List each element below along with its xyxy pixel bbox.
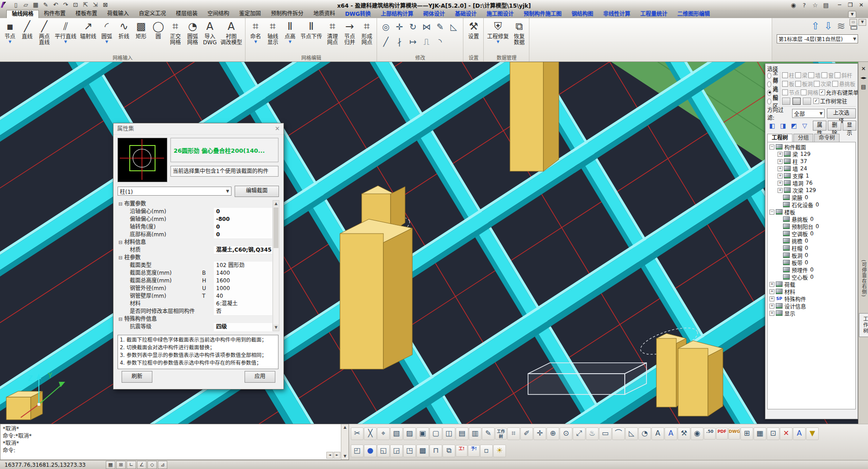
filter-checkbox[interactable]: 梁: [795, 71, 807, 79]
parameter-row[interactable]: 材料 6:混凝土: [118, 300, 272, 308]
status-toggle[interactable]: ∠: [137, 461, 146, 469]
menu-tab[interactable]: 自定义工况: [134, 10, 171, 18]
restore-button[interactable]: ❐: [846, 2, 854, 8]
lasso-select-icon[interactable]: [803, 98, 811, 105]
tree-item[interactable]: 预制阳台 0: [768, 223, 855, 230]
toolbar-icon[interactable]: ⊓: [429, 445, 442, 457]
filter-checkbox[interactable]: 墙: [808, 71, 821, 79]
toolbar-icon[interactable]: ✕: [780, 427, 793, 440]
ribbon-button[interactable]: ⛨ 工程修复 ▼: [485, 19, 510, 44]
toolbar-icon[interactable]: ✐: [520, 427, 533, 440]
toolbar-icon[interactable]: ◺: [625, 427, 638, 440]
parameter-row[interactable]: 轴转角(度) 0: [118, 223, 272, 231]
parameter-row[interactable]: 是否同时修改本层相同构件 否: [118, 308, 272, 315]
toolbar-icon[interactable]: DWG: [728, 428, 740, 440]
menu-tab[interactable]: 钢结构图: [566, 10, 598, 18]
parameter-row[interactable]: 截面总宽度(mm) B 1400: [118, 269, 272, 277]
ribbon-button[interactable]: ⌗ 正交 网格 ▼: [167, 19, 184, 46]
menu-tab[interactable]: 二维图形编辑: [672, 10, 715, 18]
tab-overflow-button[interactable]: ▼: [848, 11, 856, 18]
modify-tool-icon[interactable]: ↻: [406, 20, 419, 33]
command-window[interactable]: *取消*命令:*取消**取消*命令: ▲ ▼ ◄►: [0, 424, 349, 460]
crossing-select-icon[interactable]: [793, 98, 801, 105]
ribbon-button[interactable]: ⫽ 平行直线 ▼: [53, 19, 78, 44]
tree-item[interactable]: + 设计信息: [768, 302, 855, 310]
menu-tab[interactable]: 楼层组装: [171, 10, 203, 18]
filter-checkbox[interactable]: 板洞: [795, 80, 813, 88]
ribbon-button[interactable]: ╱ 两点 直线 ▼: [36, 19, 53, 46]
parameter-row[interactable]: 底部标高(mm) 0: [118, 231, 272, 239]
refresh-button[interactable]: 刷新: [122, 371, 152, 383]
member-type-combo[interactable]: 柱(1) ▼: [118, 187, 231, 196]
tree-item[interactable]: + 柱 37: [768, 158, 855, 165]
tree-item[interactable]: 板洞 0: [768, 252, 855, 259]
ribbon-button[interactable]: ◔ 圆弧 网格 ▼: [184, 19, 201, 46]
menu-tab[interactable]: 轴线网格: [6, 10, 39, 18]
toolbar-icon[interactable]: ◉: [691, 427, 703, 440]
tree-item[interactable]: + 梁 129: [768, 150, 855, 158]
filter-checkbox[interactable]: 悬挑板: [832, 80, 855, 88]
floor-nav-icon[interactable]: ≋: [837, 21, 845, 32]
ribbon-options-button[interactable]: ▼: [859, 19, 866, 26]
worktree-tab[interactable]: 工程树: [767, 134, 793, 142]
toolbar-icon[interactable]: ▫: [480, 445, 493, 457]
parameter-row[interactable]: 抗震等级 四级: [118, 323, 272, 331]
ribbon-button[interactable]: ◜ 圆弧 ▼: [98, 19, 115, 44]
qat-icon[interactable]: ⇱: [81, 1, 90, 9]
modify-tool-icon[interactable]: ✎: [434, 20, 446, 33]
tree-item[interactable]: 空调板 0: [768, 230, 855, 237]
toolbar-icon[interactable]: ▣: [416, 427, 429, 440]
toolbar-icon[interactable]: ⌗: [507, 427, 520, 440]
parameter-scrollbar[interactable]: ▲ ▼: [273, 200, 279, 331]
ribbon-button[interactable]: ◯ 圆 ▼: [150, 19, 167, 40]
toolbar-icon[interactable]: A: [665, 427, 677, 440]
panel-button[interactable]: 属性: [813, 121, 826, 131]
parameter-list[interactable]: ⊟ 布置参数 沿轴偏心(mm) 0 偏轴偏心(mm) -800 轴转角(度) 0…: [118, 200, 272, 331]
window-select-icon[interactable]: [782, 98, 790, 105]
title-bar-icon[interactable]: ▤: [822, 2, 830, 9]
floor-nav-icon[interactable]: ⇩: [824, 21, 832, 32]
qat-icon[interactable]: ▱: [21, 1, 30, 9]
panel-button[interactable]: 显示: [843, 121, 856, 131]
toolbar-icon[interactable]: ◰: [351, 445, 363, 457]
tree-item[interactable]: + 支撑 1: [768, 172, 855, 179]
qat-icon[interactable]: ↶: [51, 1, 60, 9]
tree-item[interactable]: − 楼板: [768, 208, 855, 216]
tree-item[interactable]: 石化设备 0: [768, 201, 855, 208]
menu-tab[interactable]: 构件布置: [39, 10, 71, 18]
floor-nav-icon[interactable]: ⇧: [811, 21, 819, 32]
parameter-row[interactable]: 抗震构造措施的抗震等级 四级: [118, 331, 272, 331]
toolbar-icon[interactable]: ⤢: [573, 427, 585, 440]
parameter-row[interactable]: 材质 混凝土,C60;钢,Q345: [118, 246, 272, 254]
panel-collapse-icon[interactable]: ◄►: [859, 75, 868, 80]
toolbar-icon[interactable]: ◫: [443, 427, 455, 440]
toolbar-icon[interactable]: ▭: [599, 427, 612, 440]
ribbon-button[interactable]: → 节点 归并 ▼: [341, 19, 358, 46]
toolbar-icon[interactable]: ◳: [403, 445, 416, 457]
worktree-tab[interactable]: 命令树: [814, 134, 840, 142]
toolbar-icon[interactable]: ☀: [493, 445, 506, 457]
direction-filter-combo[interactable]: 全部 ▼: [792, 109, 825, 118]
modify-tool-icon[interactable]: ⋈: [420, 20, 433, 33]
filter-checkbox[interactable]: 网格: [801, 89, 818, 96]
toolbar-icon[interactable]: ⌒: [612, 427, 625, 440]
ribbon-button[interactable]: Ⅱ 点高 ▼: [281, 19, 298, 44]
panel-dock-icon[interactable]: ▤: [859, 84, 868, 90]
worktree[interactable]: − 构件截面 + 梁 129 + 柱 37 + 墙 24 + 支撑 1 + 墙洞…: [767, 142, 856, 409]
worktree-tab[interactable]: 分组: [793, 134, 813, 142]
toolbar-icon[interactable]: ⊙: [560, 427, 572, 440]
qat-icon[interactable]: ✎: [41, 1, 50, 9]
menu-tab[interactable]: 工程量统计: [635, 10, 672, 18]
dialog-close-icon[interactable]: ✕: [275, 123, 280, 134]
column-center-selected[interactable]: [340, 186, 412, 369]
model-viewport[interactable]: Z Y 属性集 ✕ 26圆形劲 偏心叠合柱200(140... 当前选: [0, 62, 868, 424]
ribbon-button[interactable]: ╱ 直线 ▼: [19, 19, 36, 40]
tree-item[interactable]: + SP 特殊构件: [768, 295, 855, 302]
tree-item[interactable]: 柱帽 0: [768, 244, 855, 252]
toolbar-icon[interactable]: ▦: [754, 427, 766, 440]
toolbar-icon[interactable]: ♨: [586, 427, 599, 440]
toolbar-icon[interactable]: ⧉: [443, 445, 455, 457]
toolbar-icon[interactable]: A: [651, 427, 664, 440]
filter-checkbox[interactable]: 次梁: [814, 80, 831, 88]
toolbar-icon[interactable]: ╳: [364, 427, 377, 440]
